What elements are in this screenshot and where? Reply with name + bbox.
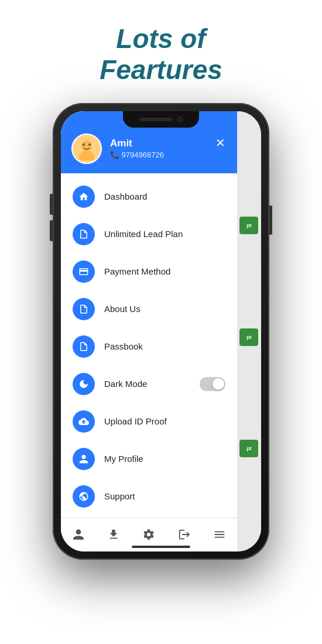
bg-button-2: pt	[239, 328, 258, 346]
menu-label-upload-id: Upload ID Proof	[104, 416, 225, 426]
menu-label-about: About Us	[104, 304, 225, 314]
svg-point-4	[88, 143, 91, 146]
menu-item-dashboard[interactable]: Dashboard	[61, 178, 237, 215]
notch	[123, 111, 199, 128]
volume-down-button	[50, 220, 53, 241]
phone-screen: pt pt pt	[61, 111, 261, 551]
doc-icon-lead	[73, 223, 95, 245]
globe-icon	[73, 485, 95, 508]
user-info: Amit 📞 9794968726	[110, 138, 164, 159]
menu-item-passbook[interactable]: Passbook	[61, 328, 237, 365]
page-title: Lots of Feartures	[100, 23, 222, 85]
menu-item-about[interactable]: About Us	[61, 290, 237, 328]
svg-point-3	[83, 143, 85, 146]
menu-label-passbook: Passbook	[104, 341, 225, 351]
volume-up-button	[50, 194, 53, 215]
dark-mode-toggle[interactable]	[200, 377, 225, 391]
phone-shell: pt pt pt	[53, 103, 269, 560]
payment-icon	[73, 261, 95, 283]
camera	[177, 117, 183, 122]
bg-button-1: pt	[239, 217, 258, 234]
menu-list: Dashboard Unlimited Lead Plan	[61, 173, 237, 524]
doc-icon-passbook	[73, 335, 95, 358]
home-icon	[73, 186, 95, 208]
nav-settings[interactable]	[137, 523, 160, 546]
menu-label-support: Support	[104, 491, 225, 501]
menu-label-dark-mode: Dark Mode	[104, 379, 190, 389]
menu-item-dark-mode[interactable]: Dark Mode	[61, 365, 237, 403]
nav-menu[interactable]	[208, 523, 231, 546]
moon-icon	[73, 373, 95, 395]
doc-icon-about	[73, 298, 95, 320]
bg-button-3: pt	[239, 440, 258, 457]
nav-profile[interactable]	[67, 523, 90, 546]
upload-icon	[73, 410, 95, 433]
navigation-drawer: Amit 📞 9794968726 ✕ Dashboard	[61, 111, 237, 551]
menu-label-dashboard: Dashboard	[104, 191, 225, 201]
nav-download[interactable]	[102, 523, 125, 546]
username: Amit	[110, 138, 164, 149]
home-indicator	[132, 546, 190, 548]
background-content: pt pt pt	[237, 111, 261, 551]
menu-item-payment[interactable]: Payment Method	[61, 253, 237, 290]
menu-item-my-profile[interactable]: My Profile	[61, 440, 237, 478]
power-button	[269, 205, 272, 235]
avatar	[71, 133, 102, 164]
menu-label-unlimited-lead: Unlimited Lead Plan	[104, 229, 225, 239]
menu-item-support[interactable]: Support	[61, 478, 237, 515]
person-icon	[73, 448, 95, 470]
phone-mockup: pt pt pt	[53, 103, 269, 560]
menu-item-upload-id[interactable]: Upload ID Proof	[61, 403, 237, 440]
user-phone: 📞 9794968726	[110, 150, 164, 159]
nav-logout[interactable]	[173, 523, 196, 546]
menu-item-unlimited-lead[interactable]: Unlimited Lead Plan	[61, 215, 237, 253]
close-icon[interactable]: ✕	[213, 135, 229, 151]
menu-label-my-profile: My Profile	[104, 454, 225, 464]
speaker	[140, 118, 172, 121]
menu-label-payment: Payment Method	[104, 266, 225, 276]
